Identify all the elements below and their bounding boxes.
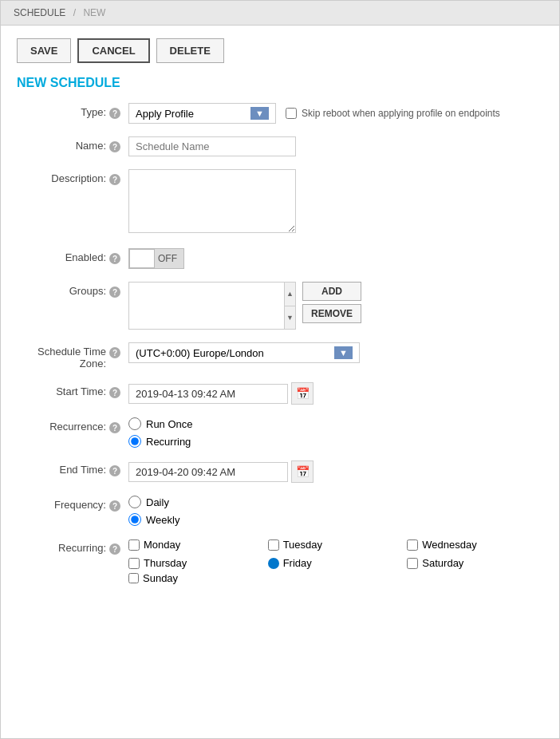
enabled-label: Enabled: ? — [17, 248, 128, 264]
skip-reboot-container: Skip reboot when applying profile on end… — [286, 108, 500, 119]
frequency-weekly: Weekly — [128, 513, 543, 526]
friday-item: Friday — [268, 557, 404, 569]
name-row: Name: ? — [17, 136, 543, 156]
monday-checkbox[interactable] — [128, 539, 140, 551]
wednesday-item: Wednesday — [407, 539, 543, 551]
monday-label: Monday — [144, 539, 180, 551]
breadcrumb: SCHEDULE / NEW — [1, 1, 559, 26]
daily-radio[interactable] — [128, 496, 141, 508]
recurring-days-row: Recurring: ? Monday Tuesday Wednesday — [17, 539, 543, 584]
description-control — [128, 169, 543, 235]
end-time-calendar-icon[interactable]: 📅 — [291, 460, 314, 483]
frequency-daily: Daily — [128, 496, 543, 508]
groups-scrollbar: ▲ ▼ — [284, 283, 295, 329]
start-time-input[interactable] — [128, 384, 288, 404]
run-once-radio[interactable] — [128, 417, 141, 430]
run-once-label: Run Once — [146, 418, 193, 430]
wednesday-label: Wednesday — [422, 539, 476, 551]
timezone-label: Schedule Time Zone: ? — [17, 342, 128, 370]
scroll-down-arrow[interactable]: ▼ — [285, 306, 295, 330]
tuesday-item: Tuesday — [268, 539, 404, 551]
recurring-label: Recurring: ? — [17, 539, 128, 555]
frequency-help-icon[interactable]: ? — [109, 500, 120, 512]
groups-label: Groups: ? — [17, 282, 128, 298]
recurring-control: Monday Tuesday Wednesday Thursday — [128, 539, 543, 584]
start-time-calendar-icon[interactable]: 📅 — [291, 382, 314, 405]
description-help-icon[interactable]: ? — [109, 174, 120, 185]
type-control: Apply Profile ▼ Skip reboot when applyin… — [128, 103, 543, 124]
recurrence-recurring: Recurring — [128, 435, 543, 448]
start-time-row: Start Time: ? 📅 — [17, 382, 543, 405]
name-label: Name: ? — [17, 136, 128, 152]
sunday-checkbox[interactable] — [128, 573, 139, 583]
type-help-icon[interactable]: ? — [109, 108, 120, 119]
sunday-label: Sunday — [143, 572, 178, 584]
breadcrumb-separator: / — [73, 7, 76, 18]
recurrence-row: Recurrence: ? Run Once Recurring — [17, 417, 543, 448]
form: Type: ? Apply Profile ▼ Skip reboot when… — [1, 103, 559, 613]
scroll-up-arrow[interactable]: ▲ — [285, 283, 295, 306]
sunday-row: Sunday — [128, 572, 543, 584]
tuesday-checkbox[interactable] — [268, 539, 279, 551]
type-row: Type: ? Apply Profile ▼ Skip reboot when… — [17, 103, 543, 124]
end-time-help-icon[interactable]: ? — [109, 465, 120, 476]
enabled-toggle[interactable]: OFF — [128, 248, 184, 269]
type-label: Type: ? — [17, 103, 128, 119]
recurrence-run-once: Run Once — [128, 417, 543, 430]
end-time-label: End Time: ? — [17, 460, 128, 476]
timezone-row: Schedule Time Zone: ? (UTC+0:00) Europe/… — [17, 342, 543, 370]
wednesday-checkbox[interactable] — [407, 539, 418, 551]
save-button[interactable]: SAVE — [17, 38, 71, 63]
start-time-control: 📅 — [128, 382, 543, 405]
toggle-label: OFF — [155, 253, 177, 264]
skip-reboot-label: Skip reboot when applying profile on end… — [302, 108, 500, 119]
toolbar: SAVE CANCEL DELETE — [1, 26, 559, 76]
type-select-arrow: ▼ — [250, 107, 269, 120]
description-row: Description: ? — [17, 169, 543, 235]
recurring-help-icon[interactable]: ? — [109, 543, 120, 555]
monday-item: Monday — [128, 539, 265, 551]
end-time-input[interactable] — [128, 462, 288, 482]
saturday-checkbox[interactable] — [407, 558, 418, 569]
friday-checkbox[interactable] — [268, 558, 279, 569]
tuesday-label: Tuesday — [283, 539, 322, 551]
daily-label: Daily — [146, 496, 169, 508]
name-help-icon[interactable]: ? — [109, 141, 120, 152]
cancel-button[interactable]: CANCEL — [77, 38, 149, 63]
type-select[interactable]: Apply Profile ▼ — [128, 103, 276, 124]
name-control — [128, 136, 543, 156]
thursday-checkbox[interactable] — [128, 558, 140, 569]
groups-remove-button[interactable]: REMOVE — [302, 304, 361, 323]
recurrence-label: Recurrence: ? — [17, 417, 128, 433]
recurrence-help-icon[interactable]: ? — [109, 422, 120, 433]
breadcrumb-current: NEW — [83, 7, 105, 18]
delete-button[interactable]: DELETE — [156, 38, 224, 63]
start-time-help-icon[interactable]: ? — [109, 387, 120, 398]
end-time-row: End Time: ? 📅 — [17, 460, 543, 483]
recurring-label: Recurring — [146, 436, 191, 448]
breadcrumb-parent[interactable]: SCHEDULE — [14, 7, 65, 18]
recurrence-control: Run Once Recurring — [128, 417, 543, 448]
skip-reboot-checkbox[interactable] — [286, 108, 297, 119]
thursday-label: Thursday — [144, 557, 187, 569]
enabled-help-icon[interactable]: ? — [109, 253, 120, 264]
name-input[interactable] — [128, 136, 296, 156]
weekly-radio[interactable] — [128, 513, 141, 526]
end-time-control: 📅 — [128, 460, 543, 483]
toggle-knob — [129, 249, 155, 268]
groups-buttons: ADD REMOVE — [302, 282, 361, 330]
page-title: NEW SCHEDULE — [1, 76, 559, 103]
groups-help-icon[interactable]: ? — [109, 287, 120, 298]
groups-row: Groups: ? ▲ ▼ ADD REMOVE — [17, 282, 543, 330]
groups-listbox[interactable]: ▲ ▼ — [128, 282, 296, 330]
groups-control: ▲ ▼ ADD REMOVE — [128, 282, 543, 330]
enabled-control: OFF — [128, 248, 543, 269]
timezone-select[interactable]: (UTC+0:00) Europe/London ▼ — [128, 342, 360, 363]
description-input[interactable] — [128, 169, 296, 233]
recurring-radio[interactable] — [128, 435, 141, 448]
frequency-control: Daily Weekly — [128, 496, 543, 526]
frequency-label: Frequency: ? — [17, 496, 128, 512]
timezone-help-icon[interactable]: ? — [109, 347, 120, 358]
thursday-item: Thursday — [128, 557, 265, 569]
groups-add-button[interactable]: ADD — [302, 282, 361, 301]
